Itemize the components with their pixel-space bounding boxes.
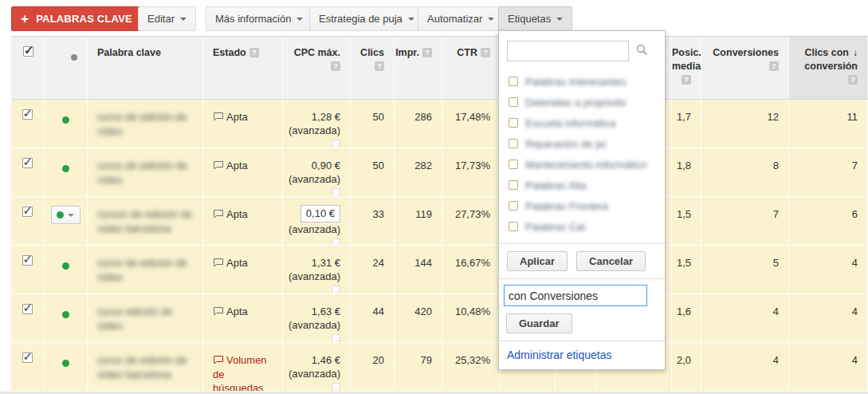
- help-icon[interactable]: ?: [422, 48, 432, 57]
- label-checkbox[interactable]: [509, 118, 518, 128]
- row-checkbox-cell: [11, 294, 44, 343]
- more-info-menu-button[interactable]: Más información: [206, 6, 312, 31]
- converted-clicks-cell: 4: [789, 246, 868, 294]
- status-green-dot-icon: [62, 262, 69, 270]
- add-keywords-button[interactable]: + PALABRAS CLAVE: [11, 6, 142, 31]
- header-converted-clicks[interactable]: Clics con↓ conversión ?: [789, 37, 868, 99]
- bid-simulator-icon[interactable]: [332, 188, 340, 197]
- max-cpc-value[interactable]: 1,46 €: [312, 354, 340, 366]
- row-checkbox[interactable]: [22, 255, 33, 266]
- keyword-text[interactable]: curso de edición devídeo barcelona: [97, 353, 198, 382]
- label-list-item[interactable]: Reparación de pc: [499, 133, 665, 154]
- speech-bubble-icon[interactable]: [213, 306, 224, 318]
- label-checkbox[interactable]: [509, 160, 518, 169]
- bid-simulator-icon[interactable]: [332, 140, 340, 148]
- help-icon[interactable]: ?: [249, 48, 259, 57]
- search-icon: [636, 44, 648, 59]
- ctr-cell: 17,73%: [442, 148, 501, 197]
- ctr-cell: 16,67%: [442, 246, 501, 294]
- keyword-text[interactable]: curso de edición devídeo: [97, 110, 198, 139]
- keyword-text[interactable]: curso edición devídeo: [97, 305, 198, 333]
- header-conversions[interactable]: Conversiones?: [701, 37, 789, 99]
- header-impressions[interactable]: Impr.?: [395, 37, 442, 99]
- header-ctr[interactable]: CTR?: [442, 37, 501, 99]
- max-cpc-cell: 1,63 €(avanzada): [283, 294, 351, 343]
- avg-position-cell: 1,5: [672, 246, 701, 294]
- help-icon[interactable]: ?: [481, 48, 490, 57]
- label-checkbox[interactable]: [509, 77, 518, 86]
- label-checkbox[interactable]: [509, 139, 518, 148]
- bid-simulator-icon[interactable]: [332, 383, 340, 392]
- status-text: Apta: [226, 257, 248, 269]
- label-checkbox[interactable]: [509, 201, 518, 211]
- label-list-item[interactable]: Escuela informática: [499, 112, 665, 133]
- impressions-cell: 286: [395, 100, 442, 148]
- select-all-checkbox[interactable]: [23, 46, 33, 57]
- label-list-item[interactable]: Detenidas a propósito: [499, 92, 665, 112]
- header-clicks[interactable]: Clics?: [351, 37, 395, 99]
- help-icon[interactable]: ?: [769, 61, 779, 71]
- speech-bubble-icon[interactable]: [213, 160, 224, 172]
- status-dot-cell: [44, 343, 88, 392]
- speech-bubble-icon[interactable]: [213, 355, 224, 367]
- advanced-label: (avanzada): [289, 173, 340, 185]
- row-checkbox[interactable]: [22, 158, 33, 168]
- automate-menu-button[interactable]: Automatizar: [418, 6, 504, 31]
- manage-labels-link[interactable]: Administrar etiquetas: [507, 349, 612, 361]
- keyword-text[interactable]: curso de edición devídeo: [97, 159, 198, 187]
- apply-button[interactable]: Aplicar: [507, 251, 568, 271]
- max-cpc-input[interactable]: 0,10 €: [300, 205, 340, 223]
- max-cpc-value[interactable]: 1,28 €: [312, 111, 340, 123]
- label-list-item[interactable]: Palabras Alta: [499, 175, 665, 195]
- new-label-input[interactable]: [504, 285, 647, 306]
- avg-position-cell: 2,0: [672, 343, 701, 392]
- header-clicks-label: Clics: [360, 47, 384, 58]
- labels-menu-button[interactable]: Etiquetas: [498, 6, 572, 31]
- bid-simulator-icon[interactable]: [332, 286, 340, 294]
- conversions-cell: 7: [701, 197, 789, 246]
- save-button[interactable]: Guardar: [506, 313, 572, 333]
- labels-search-row: [499, 31, 665, 66]
- bid-simulator-icon[interactable]: [332, 238, 340, 246]
- header-max-cpc[interactable]: CPC máx. ?: [283, 37, 351, 99]
- row-checkbox[interactable]: [22, 207, 33, 217]
- header-status[interactable]: Estado?: [203, 37, 283, 99]
- label-list-item[interactable]: Palabras Cat: [499, 216, 665, 237]
- speech-bubble-icon[interactable]: [213, 258, 224, 270]
- edit-menu-button[interactable]: Editar: [138, 6, 196, 31]
- label-name: Palabras Alta: [525, 179, 587, 191]
- label-list-item[interactable]: Palabras Frontera: [499, 195, 665, 216]
- row-checkbox[interactable]: [22, 353, 33, 363]
- label-checkbox[interactable]: [509, 222, 518, 231]
- bid-strategy-menu-button[interactable]: Estrategia de puja: [309, 6, 424, 31]
- label-list-item[interactable]: Mantenimiento informático: [499, 154, 665, 175]
- help-icon[interactable]: ?: [848, 75, 858, 85]
- label-checkbox[interactable]: [509, 180, 518, 190]
- status-dot-header[interactable]: [44, 37, 88, 99]
- header-keyword[interactable]: Palabra clave: [88, 37, 203, 99]
- help-icon[interactable]: ?: [375, 61, 384, 71]
- cancel-button[interactable]: Cancelar: [576, 251, 646, 271]
- ctr-cell: 27,73%: [442, 197, 501, 246]
- label-list-item[interactable]: Palabras Interesantes: [499, 71, 665, 92]
- row-checkbox[interactable]: [22, 109, 33, 120]
- labels-search-input[interactable]: [507, 41, 629, 61]
- header-converted-clicks-label: Clics con: [804, 47, 849, 58]
- help-icon[interactable]: ?: [331, 61, 340, 71]
- help-icon[interactable]: ?: [681, 75, 691, 85]
- max-cpc-value[interactable]: 0,90 €: [312, 160, 340, 171]
- max-cpc-value[interactable]: 1,63 €: [312, 305, 340, 317]
- status-green-dot-icon: [57, 211, 64, 219]
- max-cpc-value[interactable]: 1,31 €: [312, 257, 340, 269]
- header-avg-position[interactable]: Posic. media ?: [672, 37, 701, 99]
- header-conversions-label: Conversiones: [713, 47, 779, 58]
- label-checkbox[interactable]: [509, 97, 518, 107]
- row-checkbox[interactable]: [22, 304, 33, 314]
- keyword-text[interactable]: cursos de edición devídeo barcelona: [97, 207, 198, 236]
- row-checkbox-cell: [11, 343, 44, 392]
- bid-simulator-icon[interactable]: [332, 334, 340, 343]
- speech-bubble-icon[interactable]: [213, 209, 224, 221]
- keyword-text[interactable]: curso de edición devídeo: [97, 256, 198, 285]
- speech-bubble-icon[interactable]: [213, 112, 224, 124]
- status-dropdown-button[interactable]: [51, 206, 81, 224]
